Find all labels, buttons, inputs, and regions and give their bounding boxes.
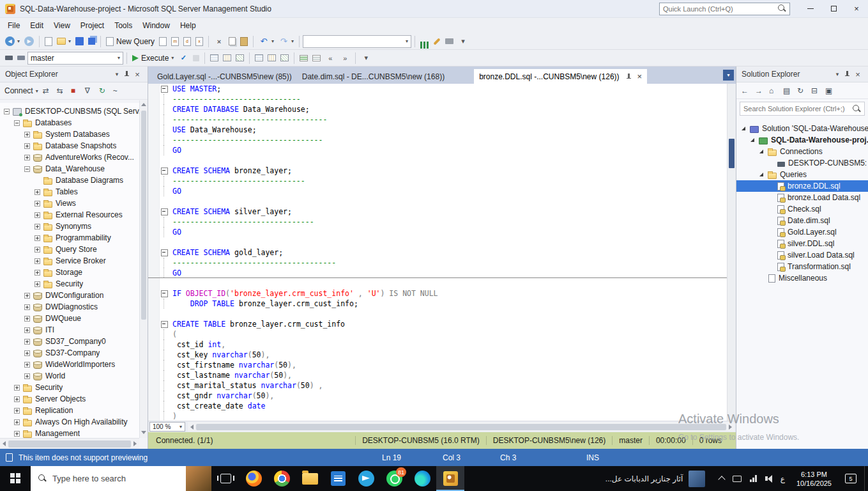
- copy-button[interactable]: [227, 35, 238, 49]
- comment-out-button[interactable]: [298, 51, 310, 65]
- scroll-left-icon[interactable]: [190, 425, 194, 430]
- fold-collapse-icon[interactable]: [160, 288, 169, 299]
- expander-plus-icon[interactable]: [14, 408, 20, 414]
- menu-project[interactable]: Project: [75, 19, 109, 32]
- solution-search-input[interactable]: [743, 105, 850, 113]
- scroll-up-icon[interactable]: [141, 103, 146, 106]
- expander-plus-icon[interactable]: [34, 270, 40, 276]
- expander-plus-icon[interactable]: [24, 339, 30, 345]
- code-line[interactable]: GO: [148, 268, 727, 278]
- solution-explorer-item[interactable]: Connections: [736, 146, 868, 157]
- solution-explorer-item[interactable]: Date.dim.sql: [736, 215, 868, 226]
- paste-button[interactable]: [238, 35, 250, 49]
- chevron-down-icon[interactable]: ▾: [406, 38, 408, 44]
- code-line[interactable]: CREATE DATABASE Data_Warehouse;: [148, 104, 727, 114]
- action-center-button[interactable]: 5: [837, 466, 864, 491]
- code-line[interactable]: --------------------------------: [148, 217, 727, 227]
- expander-plus-icon[interactable]: [14, 385, 20, 391]
- object-explorer-item[interactable]: System Databases: [0, 129, 139, 140]
- solution-explorer-item[interactable]: bronze.DDL.sql: [736, 180, 868, 192]
- object-explorer-item[interactable]: Security: [0, 278, 139, 290]
- expander-plus-icon[interactable]: [34, 201, 40, 207]
- solution-explorer-item[interactable]: silver.Load Data.sql: [736, 249, 868, 261]
- pc-status-icon[interactable]: [733, 476, 742, 482]
- menu-file[interactable]: File: [3, 19, 25, 32]
- chevron-down-icon[interactable]: ▾: [291, 38, 294, 44]
- zoom-level-select[interactable]: 100 % ▾: [149, 422, 185, 432]
- expander-minus-icon[interactable]: [14, 120, 20, 126]
- object-explorer-item[interactable]: Security: [0, 382, 139, 393]
- scroll-down-icon[interactable]: [141, 431, 146, 434]
- save-button[interactable]: [73, 35, 86, 49]
- database-engine-query-button[interactable]: [157, 35, 169, 49]
- code-line[interactable]: cst_lastname nvarchar(50),: [148, 370, 727, 380]
- expander-plus-icon[interactable]: [34, 235, 40, 241]
- object-explorer-item[interactable]: Management: [0, 428, 139, 438]
- telegram-taskbar-button[interactable]: [352, 466, 380, 491]
- code-line[interactable]: ----------------------------------: [148, 135, 727, 145]
- properties-icon[interactable]: ▣: [825, 86, 835, 95]
- whatsapp-taskbar-button[interactable]: 81: [380, 466, 408, 491]
- expander-plus-icon[interactable]: [34, 247, 40, 253]
- parse-button[interactable]: ✓: [176, 51, 190, 65]
- fold-collapse-icon[interactable]: [160, 247, 169, 258]
- expander-plus-icon[interactable]: [24, 350, 30, 356]
- save-all-button[interactable]: [86, 35, 97, 49]
- execute-button[interactable]: Execute▾: [130, 51, 176, 65]
- code-line[interactable]: DROP TABLE bronze_layer.crm_cust_info;: [148, 299, 727, 309]
- object-explorer-item[interactable]: Tables: [0, 186, 139, 198]
- intellisense-enabled-button[interactable]: [234, 51, 246, 65]
- include-live-statistics-button[interactable]: [278, 51, 291, 65]
- uncomment-button[interactable]: [310, 51, 323, 65]
- object-explorer-item[interactable]: Database Diagrams: [0, 175, 139, 186]
- expander-open-icon[interactable]: [759, 150, 763, 153]
- new-project-button[interactable]: [43, 35, 54, 49]
- available-databases-combo[interactable]: master▾: [27, 52, 123, 65]
- fold-collapse-icon[interactable]: [160, 84, 169, 94]
- search-highlight-image[interactable]: [186, 466, 211, 491]
- file-explorer-taskbar-button[interactable]: [296, 466, 324, 491]
- toolbar-options-button[interactable]: ▾: [456, 35, 470, 49]
- expander-plus-icon[interactable]: [34, 224, 40, 230]
- code-line[interactable]: [148, 309, 727, 319]
- object-explorer-item[interactable]: Storage: [0, 267, 139, 278]
- editor-tab[interactable]: Gold.Layer.sql -...-CUNBSM5\new (85)): [152, 69, 297, 84]
- scroll-right-icon[interactable]: [133, 441, 137, 446]
- active-files-dropdown-icon[interactable]: [723, 70, 734, 81]
- object-explorer-item[interactable]: Databases: [0, 117, 139, 129]
- object-explorer-item[interactable]: AdventureWorks (Recov...: [0, 152, 139, 163]
- expander-plus-icon[interactable]: [24, 132, 30, 137]
- code-line[interactable]: GO: [148, 145, 727, 155]
- expander-minus-icon[interactable]: [4, 109, 10, 114]
- scrollbar-thumb[interactable]: [141, 111, 146, 320]
- expander-plus-icon[interactable]: [34, 189, 40, 195]
- code-line[interactable]: USE Data_Warehouse;: [148, 125, 727, 135]
- search-icon[interactable]: [853, 105, 861, 113]
- object-explorer-item[interactable]: Always On High Availability: [0, 416, 139, 428]
- object-explorer-item[interactable]: Programmability: [0, 232, 139, 244]
- menu-help[interactable]: Help: [175, 19, 201, 32]
- expander-plus-icon[interactable]: [34, 212, 40, 218]
- server-connect-icon[interactable]: ⇄: [43, 86, 53, 95]
- code-line[interactable]: [148, 278, 727, 288]
- chevron-down-icon[interactable]: ▾: [271, 38, 274, 44]
- activity-monitor-button[interactable]: [418, 35, 430, 49]
- back-icon[interactable]: ←: [741, 86, 751, 95]
- cut-button[interactable]: ×: [212, 35, 226, 49]
- scrollbar-thumb[interactable]: [8, 440, 131, 448]
- task-view-taskbar-button[interactable]: [211, 466, 240, 491]
- expander-plus-icon[interactable]: [14, 431, 20, 437]
- refresh-solution-icon[interactable]: ↻: [797, 86, 807, 95]
- print-button[interactable]: [443, 35, 455, 49]
- news-widget[interactable]: آثار جنازير الدبابات عل...: [597, 466, 713, 491]
- object-explorer-item[interactable]: WideWorldImporters: [0, 359, 139, 370]
- connect-database-button[interactable]: [3, 51, 15, 65]
- close-icon[interactable]: [853, 69, 863, 79]
- language-indicator[interactable]: ع: [780, 474, 785, 483]
- specify-template-values-button[interactable]: [253, 51, 265, 65]
- solution-explorer-item[interactable]: DESKTOP-CUNBSM5:: [736, 157, 868, 169]
- object-explorer-hscrollbar[interactable]: [0, 438, 139, 449]
- expander-plus-icon[interactable]: [24, 373, 30, 379]
- query-options-button[interactable]: [221, 51, 233, 65]
- expander-plus-icon[interactable]: [14, 419, 20, 425]
